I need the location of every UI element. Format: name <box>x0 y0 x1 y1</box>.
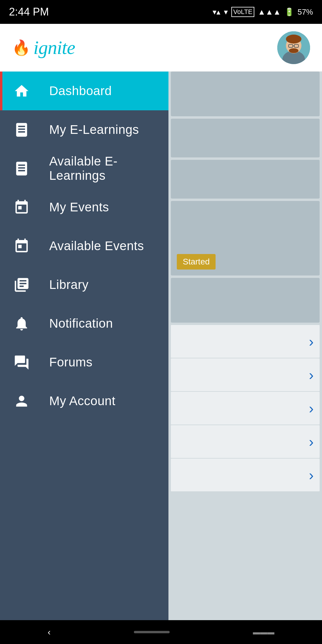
book-icon-1 <box>12 120 31 140</box>
card-started: Started <box>171 201 320 275</box>
sidebar-label-library: Library <box>49 278 89 292</box>
recents-button[interactable]: ▬▬▬ <box>241 625 286 639</box>
sidebar-item-available-elearnings[interactable]: Available E-Learnings <box>0 149 168 188</box>
flame-icon: 🔥 <box>12 39 30 56</box>
home-icon <box>12 81 31 101</box>
battery-icon: 🔋 <box>284 7 294 17</box>
bell-icon <box>12 314 31 333</box>
svg-point-4 <box>289 48 298 53</box>
sidebar-item-my-events[interactable]: My Events <box>0 188 168 227</box>
started-badge-text: Started <box>183 257 210 267</box>
home-indicator <box>134 631 170 633</box>
sidebar-label-forums: Forums <box>49 355 92 369</box>
sidebar-label-notification: Notification <box>49 316 113 331</box>
right-panel: Started › › › › › <box>168 72 322 620</box>
card-3 <box>171 160 320 199</box>
status-icons: ▾▴ ▾ VoLTE ▲▲▲ 🔋 57% <box>213 7 313 17</box>
card-6 <box>171 278 320 323</box>
status-time: 2:44 PM <box>9 6 49 18</box>
status-bar: 2:44 PM ▾▴ ▾ VoLTE ▲▲▲ 🔋 57% <box>0 0 322 24</box>
avatar-image <box>277 31 310 64</box>
sidebar-label-my-elearnings: My E-Learnings <box>49 123 139 137</box>
signal-icon: ▲▲▲ <box>258 7 281 17</box>
card-1 <box>171 72 320 116</box>
calendar-icon-2 <box>12 236 31 256</box>
list-item[interactable]: › <box>171 459 320 491</box>
svg-point-3 <box>286 35 301 44</box>
sidebar-label-available-elearnings: Available E-Learnings <box>49 154 157 183</box>
chevron-right-icon: › <box>309 400 314 417</box>
list-item[interactable]: › <box>171 392 320 425</box>
library-icon <box>12 275 31 295</box>
sidebar-label-available-events: Available Events <box>49 239 144 253</box>
battery-percent: 57% <box>298 7 313 17</box>
card-2 <box>171 119 320 157</box>
back-button[interactable]: ‹ <box>36 624 63 640</box>
sidebar-item-dashboard[interactable]: Dashboard <box>0 72 168 110</box>
sidebar-item-my-account[interactable]: My Account <box>0 382 168 420</box>
avatar[interactable] <box>277 31 310 64</box>
started-badge: Started <box>177 254 216 270</box>
sidebar-label-my-events: My Events <box>49 200 109 214</box>
bottom-nav-bar: ‹ ▬▬▬ <box>0 620 322 644</box>
book-icon-2 <box>12 159 31 178</box>
app-header: 🔥 ignite <box>0 24 322 72</box>
sidebar: Dashboard My E-Learnings Available E-Lea… <box>0 72 168 620</box>
sidebar-item-forums[interactable]: Forums <box>0 343 168 382</box>
list-item[interactable]: › <box>171 358 320 391</box>
logo-text: ignite <box>33 37 75 59</box>
list-item[interactable]: › <box>171 325 320 358</box>
logo: 🔥 ignite <box>12 37 75 59</box>
wifi-icon: ▾ <box>224 7 228 17</box>
list-section: › › › › › <box>171 325 320 491</box>
volte-icon: VoLTE <box>231 7 254 17</box>
chevron-right-icon: › <box>309 434 314 450</box>
calendar-icon-1 <box>12 198 31 217</box>
sidebar-label-my-account: My Account <box>49 394 115 408</box>
data-icon: ▾▴ <box>213 7 220 17</box>
sidebar-item-notification[interactable]: Notification <box>0 304 168 343</box>
chevron-right-icon: › <box>309 333 314 350</box>
sidebar-item-my-elearnings[interactable]: My E-Learnings <box>0 110 168 149</box>
chevron-right-icon: › <box>309 467 314 483</box>
sidebar-item-available-events[interactable]: Available Events <box>0 227 168 265</box>
forum-icon <box>12 353 31 372</box>
main-layout: Dashboard My E-Learnings Available E-Lea… <box>0 72 322 620</box>
chevron-right-icon: › <box>309 367 314 383</box>
sidebar-item-library[interactable]: Library <box>0 265 168 304</box>
account-icon <box>12 391 31 411</box>
sidebar-label-dashboard: Dashboard <box>49 84 112 98</box>
list-item[interactable]: › <box>171 425 320 458</box>
